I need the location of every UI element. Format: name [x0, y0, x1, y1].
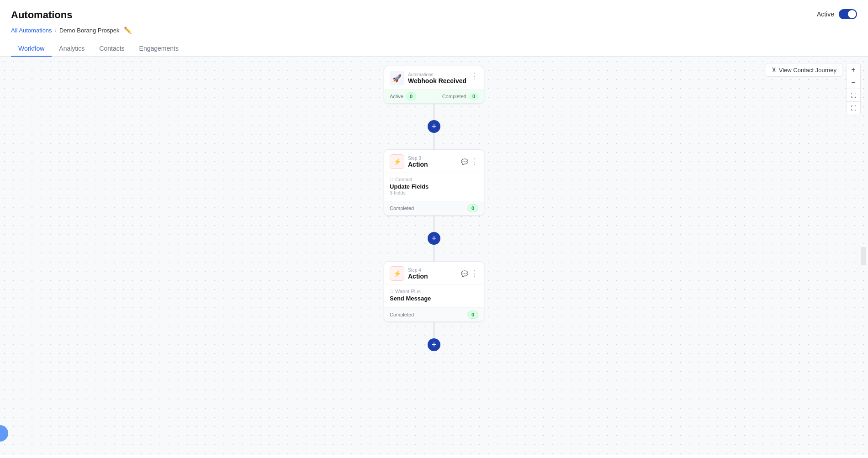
page-header: Automations All Automations › Demo Boran…	[0, 0, 868, 57]
step3-dot	[390, 178, 393, 181]
step3-type-label: Contact	[390, 177, 478, 182]
step4-node: ⚡ Step 4 Action 💬 ⋮ W	[384, 261, 484, 322]
step4-completed-badge: 0	[467, 311, 478, 319]
step4-type-label: Wabot Plus	[390, 289, 478, 294]
step4-title: Action	[408, 273, 428, 280]
step3-contact-label: Contact	[395, 177, 413, 182]
trigger-title-group: Automations Webhook Received	[408, 72, 466, 84]
step4-title-group: Step 4 Action	[408, 268, 428, 280]
breadcrumb-current: Demo Borang Prospek	[59, 27, 120, 34]
step3-header: ⚡ Step 3 Action 💬 ⋮	[384, 150, 484, 173]
step3-completed-badge: 0	[467, 204, 478, 212]
tab-analytics[interactable]: Analytics	[52, 41, 92, 57]
trigger-icon: 🚀	[390, 71, 404, 85]
connector-5	[434, 322, 434, 338]
step4-footer: Completed 0	[384, 307, 484, 321]
step3-comment-icon[interactable]: 💬	[461, 158, 468, 165]
connector-1	[434, 104, 434, 120]
workflow-nodes: 🚀 Automations Webhook Received ⋮ Active …	[384, 66, 484, 351]
trigger-footer: Active 0 Completed 0	[384, 89, 484, 103]
step3-action-title: Update Fields	[390, 183, 478, 190]
rocket-icon: 🚀	[392, 74, 402, 83]
workflow-canvas: ⊻ View Contact Journey + − ⛶ ⛶ 🚀	[0, 57, 868, 455]
step3-action-sub: 3 fields	[390, 190, 478, 195]
trigger-node: 🚀 Automations Webhook Received ⋮ Active …	[384, 66, 484, 104]
add-step-button-1[interactable]: +	[428, 120, 440, 133]
trigger-menu-icon[interactable]: ⋮	[470, 71, 478, 81]
step3-header-left: ⚡ Step 3 Action	[390, 154, 428, 169]
edit-icon[interactable]: ✏️	[124, 26, 132, 34]
zoom-controls: + − ⛶ ⛶	[846, 63, 861, 115]
step3-completed-label: Completed	[390, 205, 414, 211]
trigger-subtitle: Automations	[408, 72, 466, 77]
step4-icon: ⚡	[390, 266, 404, 281]
connector-3	[434, 216, 434, 232]
trigger-active-badge: 0	[406, 92, 416, 100]
active-toggle[interactable]	[839, 9, 857, 19]
status-toggle-area: Active	[817, 9, 857, 19]
page-title: Automations	[11, 9, 857, 21]
trigger-active-status: Active 0	[390, 92, 416, 100]
toggle-knob	[848, 10, 856, 18]
step4-header-left: ⚡ Step 4 Action	[390, 266, 428, 281]
step4-menu-icon[interactable]: ⋮	[470, 268, 478, 279]
step3-footer: Completed 0	[384, 201, 484, 215]
trigger-completed-status: Completed 0	[442, 93, 478, 100]
status-label: Active	[817, 11, 834, 18]
trigger-completed-label: Completed	[442, 94, 466, 99]
step4-comment-icon[interactable]: 💬	[461, 270, 468, 277]
step3-menu-icon[interactable]: ⋮	[470, 157, 478, 167]
step4-subtitle: Step 4	[408, 268, 428, 273]
step4-completed-label: Completed	[390, 312, 414, 317]
breadcrumb: All Automations › Demo Borang Prospek ✏️	[11, 26, 857, 34]
breadcrumb-separator: ›	[55, 27, 57, 34]
bolt-icon-2: ⚡	[393, 270, 401, 277]
step4-contact-label: Wabot Plus	[395, 289, 421, 294]
step3-node: ⚡ Step 3 Action 💬 ⋮ C	[384, 149, 484, 216]
tab-engagements[interactable]: Engagements	[132, 41, 186, 57]
step4-body: Wabot Plus Send Message	[384, 284, 484, 307]
step3-title: Action	[408, 161, 428, 168]
tabs: Workflow Analytics Contacts Engagements	[11, 41, 857, 56]
loading-indicator	[0, 425, 8, 442]
trigger-completed-badge: 0	[469, 93, 478, 100]
contract-button[interactable]: ⛶	[847, 102, 860, 115]
view-contact-journey-label: View Contact Journey	[779, 67, 836, 74]
trigger-active-label: Active	[390, 94, 403, 99]
bolt-icon-1: ⚡	[393, 158, 401, 165]
connector-4	[434, 245, 434, 261]
zoom-in-button[interactable]: +	[847, 63, 860, 76]
trigger-node-header: 🚀 Automations Webhook Received ⋮	[384, 66, 484, 89]
expand-button[interactable]: ⛶	[847, 89, 860, 102]
breadcrumb-all-automations[interactable]: All Automations	[11, 27, 52, 34]
step4-header-right: 💬 ⋮	[461, 268, 478, 279]
tab-contacts[interactable]: Contacts	[92, 41, 132, 57]
step4-header: ⚡ Step 4 Action 💬 ⋮	[384, 262, 484, 284]
tab-workflow[interactable]: Workflow	[11, 41, 52, 57]
step3-title-group: Step 3 Action	[408, 156, 428, 168]
trigger-header-left: 🚀 Automations Webhook Received	[390, 71, 466, 85]
step3-body: Contact Update Fields 3 fields	[384, 173, 484, 201]
trigger-title: Webhook Received	[408, 77, 466, 84]
step3-subtitle: Step 3	[408, 156, 428, 161]
add-step-button-2[interactable]: +	[428, 232, 440, 245]
step3-icon: ⚡	[390, 154, 404, 169]
step4-action-title: Send Message	[390, 295, 478, 302]
side-handle[interactable]	[861, 247, 866, 265]
step3-header-right: 💬 ⋮	[461, 157, 478, 167]
view-contact-journey-button[interactable]: ⊻ View Contact Journey	[766, 63, 842, 77]
add-step-button-3[interactable]: +	[428, 338, 440, 351]
step4-dot	[390, 290, 393, 293]
zoom-out-button[interactable]: −	[847, 76, 860, 89]
connector-2	[434, 133, 434, 149]
filter-icon: ⊻	[772, 66, 776, 74]
